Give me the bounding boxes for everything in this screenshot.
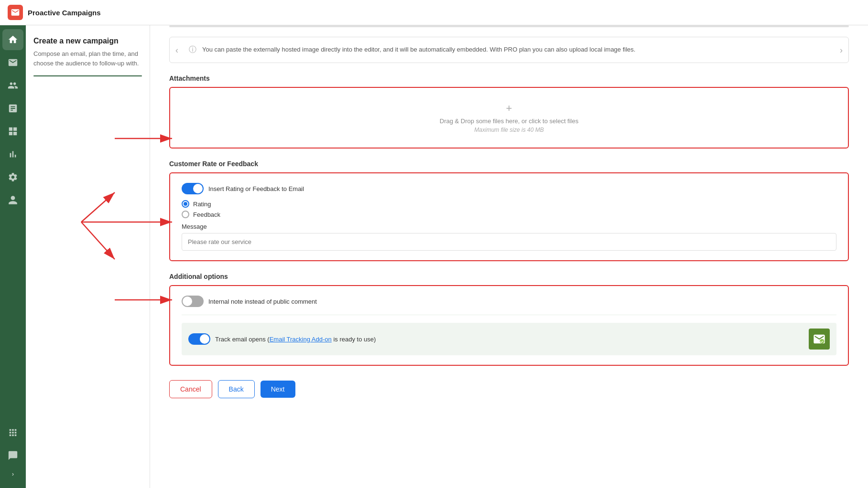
internal-note-toggle[interactable] [182,296,204,307]
sidebar-item-email[interactable] [2,52,23,73]
track-email-row: Track email opens (Email Tracking Add-on… [182,323,836,355]
sidebar-item-chat[interactable] [2,445,23,466]
left-panel: Create a new campaign Compose an email, … [26,25,150,488]
button-row: Cancel Back Next [169,380,849,398]
rating-radio-label: Rating [193,201,211,208]
left-panel-heading: Create a new campaign [33,37,142,45]
additional-options-label: Additional options [169,273,849,280]
drop-text: Drag & Drop some files here, or click to… [184,117,834,125]
customer-rate-box: Insert Rating or Feedback to Email Ratin… [169,172,849,261]
content-area: ‹ ⓘ You can paste the externally hosted … [150,25,868,488]
track-label: Track email opens [215,336,266,343]
track-email-text: Track email opens (Email Tracking Add-on… [215,336,804,343]
track-suffix: is ready to use) [332,336,376,343]
rating-toggle[interactable] [182,183,204,194]
track-link[interactable]: Email Tracking Add-on [270,336,332,343]
feedback-radio[interactable] [182,211,189,218]
feedback-radio-label: Feedback [193,211,220,218]
left-panel-divider [33,75,142,76]
scroll-indicator [169,25,849,27]
sidebar-item-contacts[interactable] [2,75,23,96]
rating-radio[interactable] [182,200,189,208]
svg-point-0 [820,339,824,343]
sidebar-item-users[interactable] [2,190,23,211]
cancel-button[interactable]: Cancel [169,380,212,398]
message-input[interactable] [182,233,836,251]
sidebar-item-settings[interactable] [2,167,23,188]
attachments-label: Attachments [169,74,849,82]
plus-icon: + [184,102,834,115]
rating-toggle-row: Insert Rating or Feedback to Email [182,183,836,194]
sidebar: › [0,25,26,488]
left-panel-description: Compose an email, plan the time, and cho… [33,49,142,68]
rating-toggle-label: Insert Rating or Feedback to Email [208,185,304,192]
options-divider [182,315,836,315]
sidebar-item-home[interactable] [2,29,23,50]
topbar: Proactive Campaigns [0,0,868,25]
size-limit-text: Maximum file size is 40 MB [184,127,834,133]
additional-options-box: Internal note instead of public comment … [169,285,849,366]
app-logo [8,5,23,20]
sidebar-item-analytics[interactable] [2,144,23,165]
info-banner: ‹ ⓘ You can paste the externally hosted … [169,37,849,63]
info-icon: ⓘ [189,45,196,55]
sidebar-item-widgets[interactable] [2,121,23,142]
sidebar-expand-button[interactable]: › [7,468,19,480]
next-button[interactable]: Next [260,381,295,398]
info-banner-text: You can paste the externally hosted imag… [202,45,635,55]
email-tracking-icon [809,329,830,350]
sidebar-item-apps[interactable] [2,422,23,443]
banner-next-arrow[interactable]: › [840,45,843,55]
back-button[interactable]: Back [218,380,255,398]
sidebar-item-reports[interactable] [2,98,23,119]
attachments-dropzone[interactable]: + Drag & Drop some files here, or click … [169,87,849,149]
banner-prev-arrow[interactable]: ‹ [175,45,178,55]
internal-note-label: Internal note instead of public comment [208,298,317,305]
message-label: Message [182,223,836,230]
customer-rate-label: Customer Rate or Feedback [169,160,849,168]
app-title: Proactive Campaigns [28,9,101,17]
feedback-radio-row: Feedback [182,211,836,218]
rating-radio-row: Rating [182,200,836,208]
internal-note-toggle-row: Internal note instead of public comment [182,296,836,307]
track-email-toggle[interactable] [188,333,210,345]
